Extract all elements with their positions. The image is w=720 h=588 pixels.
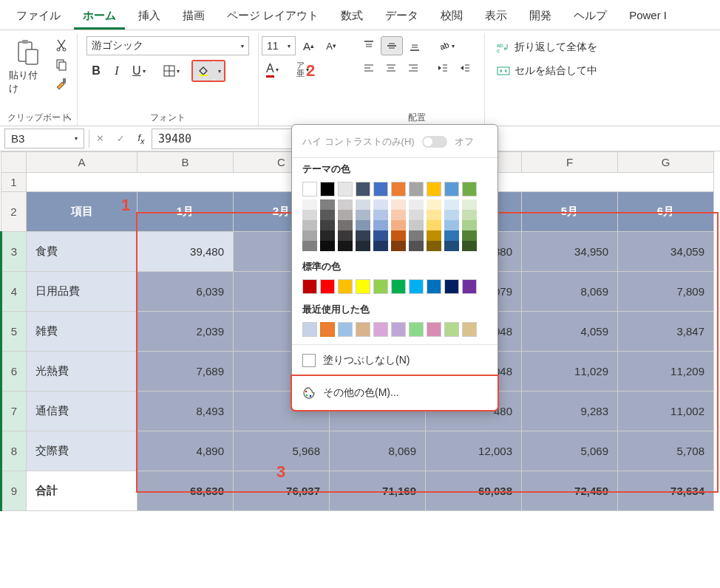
row-header[interactable]: 3 xyxy=(1,232,27,272)
copy-button[interactable] xyxy=(52,55,71,73)
tab-pagelayout[interactable]: ページ レイアウト xyxy=(218,4,327,30)
format-painter-button[interactable] xyxy=(52,75,71,92)
align-bottom-button[interactable] xyxy=(404,36,425,55)
font-name-select[interactable]: 游ゴシック▾ xyxy=(86,36,249,55)
cell[interactable]: 2,039 xyxy=(137,312,234,352)
color-swatch[interactable] xyxy=(391,279,406,294)
color-shade[interactable] xyxy=(302,230,317,241)
color-shade[interactable] xyxy=(373,220,388,230)
table-header[interactable]: 1月 xyxy=(137,192,234,232)
cell[interactable]: 9,283 xyxy=(522,392,618,431)
cell[interactable]: 73,634 xyxy=(618,471,714,511)
cell[interactable]: 雑費 xyxy=(27,312,137,352)
color-swatch[interactable] xyxy=(462,322,477,337)
color-swatch[interactable] xyxy=(409,279,424,294)
color-swatch[interactable] xyxy=(373,322,388,337)
color-swatch[interactable] xyxy=(427,279,441,294)
color-shade[interactable] xyxy=(409,241,424,251)
cell[interactable]: 5,069 xyxy=(522,431,618,471)
color-shade[interactable] xyxy=(409,210,424,220)
col-header-G[interactable]: G xyxy=(618,152,714,173)
underline-button[interactable]: U▾ xyxy=(128,61,150,81)
cell[interactable]: 通信費 xyxy=(27,392,137,431)
cell[interactable]: 食費 xyxy=(27,232,137,272)
col-header-F[interactable]: F xyxy=(522,152,618,173)
col-header-B[interactable]: B xyxy=(137,152,234,173)
enter-button[interactable]: ✓ xyxy=(110,129,131,148)
color-shade[interactable] xyxy=(444,199,459,210)
cell[interactable]: 8,493 xyxy=(137,392,234,431)
color-swatch[interactable] xyxy=(356,279,370,294)
col-header-A[interactable]: A xyxy=(27,152,137,173)
cell[interactable]: 71,169 xyxy=(330,471,426,511)
color-shade[interactable] xyxy=(444,220,459,230)
color-shade[interactable] xyxy=(356,199,370,210)
color-shade[interactable] xyxy=(391,210,406,220)
color-swatch[interactable] xyxy=(320,322,335,337)
tab-review[interactable]: 校閲 xyxy=(432,4,472,30)
tab-file[interactable]: ファイル xyxy=(7,4,69,30)
font-size-select[interactable]: 11▾ xyxy=(262,36,296,55)
name-box[interactable]: B3▾ xyxy=(4,129,84,148)
color-swatch[interactable] xyxy=(302,182,317,196)
italic-button[interactable]: I xyxy=(107,61,126,81)
table-header[interactable]: 項目 xyxy=(27,192,137,232)
cell[interactable]: 11,209 xyxy=(618,352,714,392)
color-shade[interactable] xyxy=(320,230,335,241)
cell[interactable]: 11,029 xyxy=(522,352,618,392)
cell[interactable]: 7,809 xyxy=(618,272,714,312)
tab-power[interactable]: Power I xyxy=(620,4,676,30)
table-header[interactable]: 5月 xyxy=(522,192,618,232)
color-shade[interactable] xyxy=(427,230,441,241)
color-swatch[interactable] xyxy=(409,182,424,196)
color-shade[interactable] xyxy=(462,241,477,251)
cell[interactable]: 日用品費 xyxy=(27,272,137,312)
cell[interactable]: 4,059 xyxy=(522,312,618,352)
color-swatch[interactable] xyxy=(302,279,317,294)
select-all-corner[interactable] xyxy=(1,152,27,173)
color-shade[interactable] xyxy=(356,241,370,251)
color-swatch[interactable] xyxy=(462,279,477,294)
color-shade[interactable] xyxy=(462,220,477,230)
align-left-button[interactable] xyxy=(359,58,379,78)
cut-button[interactable] xyxy=(52,36,71,54)
color-swatch[interactable] xyxy=(373,182,388,196)
tab-help[interactable]: ヘルプ xyxy=(565,4,616,30)
color-shade[interactable] xyxy=(338,241,353,251)
table-header[interactable]: 6月 xyxy=(618,192,714,232)
color-shade[interactable] xyxy=(462,199,477,210)
cell[interactable]: 11,002 xyxy=(618,392,714,431)
color-shade[interactable] xyxy=(320,220,335,230)
tab-draw[interactable]: 描画 xyxy=(174,4,214,30)
color-shade[interactable] xyxy=(356,220,370,230)
cell[interactable]: 69,038 xyxy=(426,471,522,511)
align-top-button[interactable] xyxy=(359,36,379,55)
color-shade[interactable] xyxy=(444,241,459,251)
cell[interactable]: 8,069 xyxy=(330,431,426,471)
borders-button[interactable]: ▾ xyxy=(159,61,184,81)
color-swatch[interactable] xyxy=(409,322,424,337)
color-shade[interactable] xyxy=(427,199,441,210)
grow-font-button[interactable]: A▴ xyxy=(299,36,319,55)
color-swatch[interactable] xyxy=(356,182,370,196)
cell[interactable]: 3,847 xyxy=(618,312,714,352)
color-shade[interactable] xyxy=(409,220,424,230)
color-swatch[interactable] xyxy=(444,279,459,294)
color-swatch[interactable] xyxy=(444,182,459,196)
cell[interactable]: 72,459 xyxy=(522,471,618,511)
color-shade[interactable] xyxy=(338,230,353,241)
fx-button[interactable]: fx xyxy=(131,129,152,148)
font-color-button[interactable]: A▾ xyxy=(262,60,283,79)
orientation-button[interactable]: ab▾ xyxy=(434,36,459,55)
color-shade[interactable] xyxy=(409,199,424,210)
more-colors-item[interactable]: その他の色(M)... xyxy=(291,375,499,411)
cell[interactable]: 7,689 xyxy=(137,352,234,392)
color-swatch[interactable] xyxy=(462,182,477,196)
color-shade[interactable] xyxy=(302,241,317,251)
color-swatch[interactable] xyxy=(320,279,335,294)
color-swatch[interactable] xyxy=(444,322,459,337)
color-shade[interactable] xyxy=(338,220,353,230)
merge-center-button[interactable]: セルを結合して中 xyxy=(494,61,600,81)
color-shade[interactable] xyxy=(302,210,317,220)
cell[interactable]: 68,630 xyxy=(137,471,234,511)
